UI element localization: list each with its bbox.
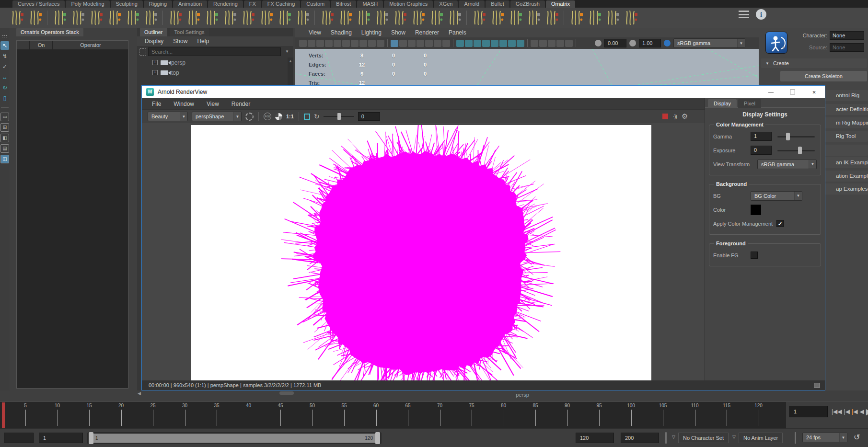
range-end-handle[interactable] <box>375 432 380 444</box>
debug-slider[interactable] <box>324 113 354 120</box>
outliner-search-input[interactable]: Search... <box>148 47 281 56</box>
viewport-tool-icon-7[interactable] <box>351 40 359 47</box>
close-button[interactable]: × <box>803 86 825 98</box>
shelf-tool-icon-28[interactable] <box>525 9 542 26</box>
viewport-tool-icon-26[interactable] <box>531 40 538 47</box>
viewport-tool-icon-12[interactable] <box>399 40 407 47</box>
shelf-tool-icon-15[interactable] <box>276 9 293 26</box>
shelf-tool-icon-17[interactable] <box>318 9 336 26</box>
renderview-menu-render[interactable]: Render <box>225 101 256 107</box>
rgb-channels-icon[interactable]: RGB <box>264 113 271 120</box>
shelf-tool-icon-13[interactable] <box>239 9 256 26</box>
panel-scroll-left-icon[interactable]: ◀ <box>138 391 141 396</box>
viewport-tool-icon-4[interactable] <box>325 40 333 47</box>
zoom-ratio[interactable]: 1:1 <box>286 114 294 119</box>
shelf-tab-mash[interactable]: MASH <box>357 0 383 8</box>
viewport-tool-icon-20[interactable] <box>474 40 481 47</box>
viewport-tool-icon-28[interactable] <box>548 40 556 47</box>
gear-icon[interactable]: ⚙ <box>682 113 688 120</box>
shelf-tab-rendering[interactable]: Rendering <box>208 0 243 8</box>
viewport-tool-icon-23[interactable] <box>499 40 507 47</box>
play-forward-button[interactable]: ▶ <box>866 407 868 417</box>
apply-cm-checkbox[interactable]: ✓ <box>776 220 784 227</box>
refresh-icon[interactable]: ↻ <box>314 113 320 120</box>
shelf-tool-icon-5[interactable] <box>87 9 104 26</box>
shelf-tool-icon-18[interactable] <box>336 9 354 26</box>
shelf-tab-bifrost[interactable]: Bifrost <box>331 0 356 8</box>
screen-icon[interactable] <box>814 383 820 388</box>
bg-color-swatch[interactable] <box>751 205 761 215</box>
viewport-gamma-field[interactable]: 0.00 <box>604 39 626 47</box>
bg-dropdown[interactable]: BG Color ▼ <box>751 191 802 201</box>
shelf-tool-icon-7[interactable] <box>124 9 141 26</box>
viewport-colorspace-dropdown[interactable]: sRGB gamma▼ <box>673 38 745 48</box>
exposure-field[interactable]: 0 <box>751 146 772 155</box>
gamma-slider[interactable] <box>777 133 817 140</box>
step-back-frame-button[interactable]: |◀ <box>844 408 850 415</box>
go-to-start-button[interactable]: |◀◀ <box>832 408 842 415</box>
outliner-menu-show[interactable]: Show <box>168 38 192 45</box>
shelf-tool-icon-31[interactable] <box>586 9 603 26</box>
create-section-header[interactable]: ▼ Create <box>761 58 867 68</box>
tab-display[interactable]: Display <box>708 99 737 108</box>
outliner-menu-display[interactable]: Display <box>140 38 168 45</box>
render-image[interactable] <box>191 125 651 380</box>
animation-end-field[interactable]: 200 <box>621 433 659 443</box>
viewport-tool-icon-11[interactable] <box>391 40 398 47</box>
viewport-tool-icon-14[interactable] <box>417 40 424 47</box>
color-wheel-icon[interactable] <box>275 113 282 120</box>
shelf-tab-animation[interactable]: Animation <box>173 0 207 8</box>
shelf-tab-gozbrush[interactable]: GoZBrush <box>510 0 545 8</box>
stop-render-icon[interactable] <box>662 114 668 119</box>
shelf-tool-icon-19[interactable] <box>355 9 372 26</box>
loop-playback-icon[interactable]: ↺ <box>854 433 860 442</box>
shelf-tool-icon-9[interactable] <box>166 9 184 26</box>
outliner-item-persp[interactable]: +persp <box>137 57 293 68</box>
shelf-tab-motion-graphics[interactable]: Motion Graphics <box>384 0 433 8</box>
shelf-tool-icon-14[interactable] <box>257 9 275 26</box>
layout-split-icon[interactable]: ▤ <box>0 144 9 153</box>
viewport-tool-icon-5[interactable] <box>334 40 341 47</box>
viewport-tool-icon-25[interactable] <box>517 40 524 47</box>
viewport-menu-view[interactable]: View <box>304 29 326 36</box>
viewport-tool-icon-30[interactable] <box>565 40 573 47</box>
shelf-tab-curves-surfaces[interactable]: Curves / Surfaces <box>12 0 65 8</box>
rotate-tool-icon[interactable]: ↻ <box>0 83 9 92</box>
viewport-tool-icon-22[interactable] <box>491 40 498 47</box>
info-icon[interactable]: i <box>756 9 766 20</box>
menu-list-icon[interactable] <box>739 11 749 18</box>
shelf-tool-icon-22[interactable] <box>409 9 427 26</box>
tab-outliner[interactable]: Outliner <box>140 28 167 36</box>
viewport-tool-icon-1[interactable] <box>299 40 307 47</box>
shelf-tool-icon-24[interactable] <box>446 9 463 26</box>
viewport-tool-icon-13[interactable] <box>408 40 416 47</box>
shelf-tool-icon-16[interactable] <box>294 9 311 26</box>
viewport-tool-icon-9[interactable] <box>368 40 376 47</box>
shelf-tab-bullet[interactable]: Bullet <box>486 0 509 8</box>
shelf-tool-icon-11[interactable] <box>203 9 220 26</box>
shelf-tab-fx-caching[interactable]: FX Caching <box>262 0 300 8</box>
scroll-up-icon[interactable]: ▲ <box>289 59 292 63</box>
character-set-toggle-icon[interactable]: ▽ <box>672 435 675 439</box>
viewport-tool-icon-6[interactable] <box>342 40 350 47</box>
listen-icon[interactable]: ·)) <box>673 114 677 119</box>
renderview-titlebar[interactable]: M Arnold RenderView × <box>142 86 825 98</box>
shelf-tool-icon-32[interactable] <box>604 9 621 26</box>
shelf-tool-icon-6[interactable] <box>105 9 123 26</box>
range-start-handle[interactable] <box>89 432 93 444</box>
colorspace-icon[interactable] <box>664 40 671 46</box>
shelf-tool-icon-4[interactable] <box>69 9 86 26</box>
shelf-tab-sculpting[interactable]: Sculpting <box>111 0 143 8</box>
fps-dropdown[interactable]: 24 fps ▼ <box>802 433 847 442</box>
current-time-marker[interactable] <box>2 402 5 428</box>
viewport-tool-icon-8[interactable] <box>359 40 367 47</box>
source-value-field[interactable]: None <box>830 43 864 52</box>
anim-layer-toggle-icon[interactable]: ▽ <box>732 435 736 439</box>
snapshot-icon[interactable] <box>245 113 254 121</box>
playback-end-field[interactable]: 120 <box>576 433 614 443</box>
shelf-tool-icon-20[interactable] <box>373 9 390 26</box>
layout-four-pane-icon[interactable]: ⊞ <box>0 123 9 132</box>
viewport-tool-icon-21[interactable] <box>482 40 490 47</box>
shelf-tool-icon-23[interactable] <box>428 9 445 26</box>
gamma-icon[interactable] <box>595 40 602 46</box>
